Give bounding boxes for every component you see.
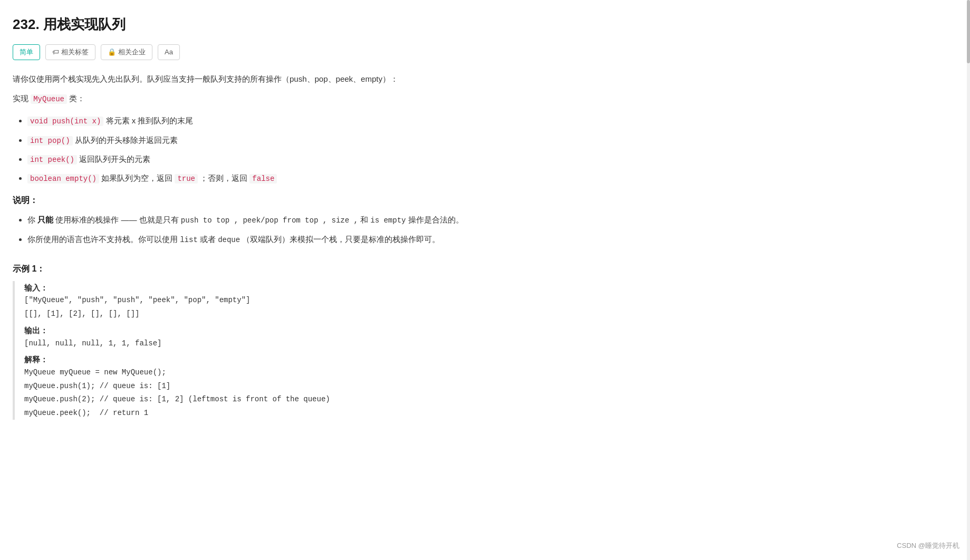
- explain-line-2: myQueue.push(1); // queue is: [1]: [24, 380, 953, 393]
- scrollbar-thumb[interactable]: [967, 0, 970, 63]
- input-section: 输入： ["MyQueue", "push", "push", "peek", …: [24, 281, 953, 321]
- explain-line-4: myQueue.peek(); // return 1: [24, 407, 953, 420]
- output-value: [null, null, null, 1, 1, false]: [24, 337, 953, 350]
- explain-section: 解释： MyQueue myQueue = new MyQueue(); myQ…: [24, 353, 953, 420]
- is-empty-code: is empty: [370, 216, 406, 225]
- page-title: 232. 用栈实现队列: [13, 13, 953, 36]
- note-item-2: 你所使用的语言也许不支持栈。你可以使用 list 或者 deque （双端队列）…: [27, 232, 953, 247]
- tag-related-tags[interactable]: 🏷 相关标签: [45, 44, 95, 60]
- stack-ops-code: push to top , peek/pop from top , size ,: [181, 216, 358, 225]
- example1-title: 示例 1：: [13, 262, 953, 276]
- explain-line-3: myQueue.push(2); // queue is: [1, 2] (le…: [24, 393, 953, 406]
- explain-label: 解释：: [24, 355, 48, 364]
- methods-list: void push(int x) 将元素 x 推到队列的末尾 int pop()…: [13, 113, 953, 186]
- scrollbar-track[interactable]: [967, 0, 970, 450]
- description: 请你仅使用两个栈实现先入先出队列。队列应当支持一般队列支持的所有操作（push、…: [13, 72, 953, 106]
- input-line2: [[], [1], [2], [], [], []]: [24, 308, 953, 321]
- description-intro: 请你仅使用两个栈实现先入先出队列。队列应当支持一般队列支持的所有操作（push、…: [13, 72, 953, 86]
- tags-row: 简单 🏷 相关标签 🔒 相关企业 Aa: [13, 44, 953, 60]
- example1-block: 输入： ["MyQueue", "push", "push", "peek", …: [13, 281, 953, 420]
- description-implement: 实现 MyQueue 类：: [13, 91, 953, 106]
- explain-line-1: MyQueue myQueue = new MyQueue();: [24, 366, 953, 379]
- note-item-1: 你 只能 使用标准的栈操作 —— 也就是只有 push to top , pee…: [27, 213, 953, 227]
- notes-list: 你 只能 使用标准的栈操作 —— 也就是只有 push to top , pee…: [13, 213, 953, 246]
- output-label: 输出：: [24, 326, 48, 335]
- method-empty: boolean empty() 如果队列为空，返回 true ；否则，返回 fa…: [27, 171, 953, 186]
- input-line1: ["MyQueue", "push", "push", "peek", "pop…: [24, 294, 953, 307]
- tag-related-company[interactable]: 🔒 相关企业: [101, 44, 152, 60]
- method-push: void push(int x) 将元素 x 推到队列的末尾: [27, 113, 953, 128]
- tag-easy[interactable]: 简单: [13, 44, 40, 60]
- myqueue-class: MyQueue: [31, 94, 67, 104]
- method-pop: int pop() 从队列的开头移除并返回元素: [27, 133, 953, 148]
- lock-icon: 🔒: [108, 46, 116, 58]
- notes-section-title: 说明：: [13, 193, 953, 207]
- tag-font-size[interactable]: Aa: [158, 44, 180, 60]
- method-peek: int peek() 返回队列开头的元素: [27, 152, 953, 167]
- tag-icon: 🏷: [52, 46, 59, 58]
- input-label: 输入：: [24, 283, 48, 292]
- output-section: 输出： [null, null, null, 1, 1, false]: [24, 324, 953, 350]
- only-strong: 只能: [37, 215, 53, 224]
